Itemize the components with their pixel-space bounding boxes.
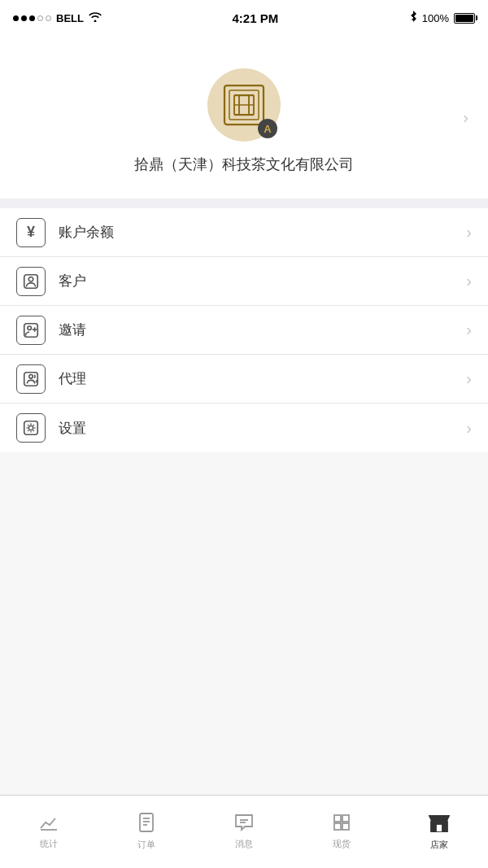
menu-item-customers[interactable]: 客户 › [0,257,488,306]
avatar-badge: A [258,119,277,138]
shop-tab-icon [429,813,450,835]
settings-label: 设置 [59,419,466,438]
inventory-tab-icon [333,813,351,835]
agent-chevron-right-icon: › [466,369,472,388]
invite-icon-box [16,316,46,345]
invite-label: 邀请 [59,321,466,339]
svg-rect-20 [140,813,153,831]
svg-rect-31 [436,824,442,832]
tab-item-messages[interactable]: 消息 [195,796,293,868]
invite-icon [22,321,40,339]
signal-dot-2 [21,15,27,21]
menu-item-agent[interactable]: 代理 › [0,355,488,403]
agent-label: 代理 [59,369,466,388]
shop-tab-label: 店家 [430,839,448,851]
svg-rect-29 [342,823,349,830]
battery-percentage: 100% [422,12,449,24]
svg-point-16 [29,374,33,378]
orders-tab-icon [137,813,155,835]
signal-dot-1 [13,15,19,21]
menu-item-settings[interactable]: 设置 › [0,403,488,452]
carrier-label: BELL [56,12,84,24]
status-right: 100% [409,11,475,26]
svg-point-10 [28,277,33,281]
agent-icon-box [16,364,46,394]
signal-dots [13,15,51,21]
customers-label: 客户 [59,272,466,290]
svg-rect-26 [334,815,341,822]
tab-bar: 统计 订单 消息 [0,795,488,868]
bluetooth-icon [409,11,417,26]
svg-point-18 [28,425,33,430]
wifi-icon [89,11,102,24]
messages-tab-label: 消息 [235,838,253,850]
signal-dot-5 [46,15,51,21]
orders-tab-label: 订单 [137,839,155,851]
tab-item-inventory[interactable]: 现货 [293,796,390,868]
profile-section: A 拾鼎（天津）科技茶文化有限公司 › [0,36,488,198]
customers-chevron-right-icon: › [466,272,472,290]
menu-item-invite[interactable]: 邀请 › [0,306,488,355]
inventory-tab-label: 现货 [333,838,351,850]
svg-rect-17 [24,421,38,435]
settings-chevron-right-icon: › [466,419,472,438]
signal-dot-4 [37,15,43,21]
messages-tab-icon [234,813,254,835]
menu-item-balance[interactable]: ¥ 账户余额 › [0,208,488,257]
signal-dot-3 [29,15,35,21]
stats-tab-label: 统计 [40,838,58,850]
yuan-icon: ¥ [27,224,35,241]
status-left: BELL [13,11,102,24]
svg-point-12 [28,325,32,329]
person-icon [22,273,40,290]
status-bar: BELL 4:21 PM 100% [0,0,488,36]
menu-list: ¥ 账户余额 › 客户 › 邀请 › [0,208,488,452]
section-divider [0,198,488,208]
battery-fill [455,15,473,22]
balance-label: 账户余额 [59,223,466,242]
balance-chevron-right-icon: › [466,223,472,242]
tab-item-shop[interactable]: 店家 [390,796,488,868]
battery-icon [454,13,475,24]
person-icon-box [16,267,46,296]
gear-icon [22,419,40,437]
svg-rect-27 [342,815,349,822]
agent-icon [22,370,40,388]
avatar-container[interactable]: A [207,68,281,142]
invite-chevron-right-icon: › [466,321,472,339]
status-time: 4:21 PM [233,11,279,25]
svg-rect-28 [334,823,341,830]
yuan-icon-box: ¥ [16,218,46,247]
tab-item-stats[interactable]: 统计 [0,796,98,868]
settings-icon-box [16,413,46,443]
profile-chevron-right-icon[interactable]: › [463,108,468,127]
stats-tab-icon [39,813,59,835]
tab-item-orders[interactable]: 订单 [98,796,195,868]
profile-name: 拾鼎（天津）科技茶文化有限公司 [134,155,354,174]
